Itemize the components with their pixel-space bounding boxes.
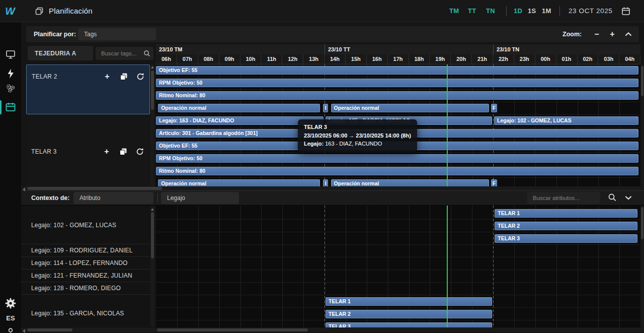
section-boundary-line [325,206,325,327]
refresh-icon[interactable] [135,147,145,156]
machine-panel-telar-2[interactable]: TELAR 2+ [26,64,150,114]
scroll-thumb[interactable] [151,212,154,258]
group-select-value: TEJEDURIA A [35,50,76,57]
range-toggle-1m[interactable]: 1M [542,7,551,15]
duplicate-icon[interactable] [119,72,129,81]
gantt-bar[interactable]: Operación normal [158,179,320,186]
row-gridline [156,177,640,178]
collapse-chevron-up-icon[interactable] [624,30,633,40]
window-copy-icon[interactable] [34,6,44,16]
context-type-value: Atributo [79,194,100,202]
gantt-bar[interactable]: Ritmo Nominal: 80 [156,91,638,100]
context-row-label[interactable]: Legajo: 102 - GOMEZ, LUCAS [21,207,151,244]
gantt-bar[interactable]: TELAR 2 [495,222,637,230]
machines-icon[interactable] [0,83,21,95]
context-attr-select[interactable]: Legajo [161,192,239,204]
duplicate-icon[interactable] [118,147,128,156]
context-label: Contexto de: [31,194,69,202]
tooltip-field: Legajo: 163 - DIAZ, FACUNDO [304,140,411,148]
gantt-bar[interactable]: TELAR 1 [326,297,492,306]
shift-toggle-tt[interactable]: TT [468,7,476,15]
shift-toggle-tm[interactable]: TM [449,7,459,15]
scroll-thumb[interactable] [157,328,308,331]
context-type-select[interactable]: Atributo [73,192,153,204]
range-toggle-1s[interactable]: 1S [528,7,536,15]
search-icon[interactable] [143,50,150,57]
timeline-hour-cell: 17h [388,54,409,64]
scroll-thumb[interactable] [27,187,162,190]
gantt-bar[interactable]: Operación normal [158,104,320,112]
gantt-bar[interactable]: F [491,104,497,112]
gantt-bar[interactable]: F [491,179,497,186]
hour-gridline [240,206,241,327]
scroll-left-arrow[interactable] [23,329,25,333]
scroll-left-arrow[interactable] [23,187,25,191]
scroll-up-arrow[interactable] [151,208,154,211]
row-gridline [156,219,640,220]
user-profile-icon[interactable] [0,326,21,333]
gantt-bar[interactable]: Legajo: 102 - GOMEZ, LUCAS [494,116,638,125]
language-selector[interactable]: ES [0,314,21,322]
scroll-thumb[interactable] [151,71,154,110]
shift-toggle-tn[interactable]: TN [486,7,495,15]
row-gridline [156,270,640,270]
tooltip-title: TELAR 3 [304,123,411,131]
gantt-bar[interactable]: Operación normal [331,179,489,186]
gantt-bar[interactable]: I [323,104,328,112]
gantt-bar[interactable]: RPM Objetivo: 50 [156,79,638,87]
plan-by-label: Planificar por: [34,31,76,38]
hour-gridline [282,206,283,327]
calendar-icon[interactable] [621,6,631,16]
gantt-bar[interactable]: TELAR 3 [326,322,492,327]
gantt-bar[interactable]: Ritmo Nominal: 80 [156,167,638,175]
scroll-thumb[interactable] [27,328,72,331]
gantt-bar[interactable]: Operación normal [331,104,489,112]
planificacion-app: W Planificación TMTTTN 1D1S1M 23 OCT 202… [0,0,644,333]
gantt-bar[interactable]: RPM Objetivo: 50 [156,154,638,163]
context-row-label[interactable]: Legajo: 114 - LOPEZ, FERNANDO [21,257,151,270]
context-row-label[interactable]: Legajo: 128 - ROMERO, DIEGO [21,282,151,295]
expand-chevron-down-icon[interactable] [624,194,633,204]
add-icon[interactable]: + [102,147,112,156]
app-logo-w-icon[interactable]: W [5,5,19,17]
gantt-bar[interactable]: TELAR 3 [495,234,637,243]
tags-search-input[interactable] [100,50,143,57]
context-row-label[interactable]: Legajo: 121 - FERNANDEZ, JULIAN [21,270,151,282]
scroll-thumb[interactable] [641,207,643,239]
planning-calendar-icon[interactable] [0,101,21,113]
settings-gear-icon[interactable] [0,297,21,309]
zoom-out-button[interactable]: − [591,30,602,39]
header-corner [640,44,644,64]
gantt-bar[interactable]: TELAR 1 [495,209,637,218]
gantt-bar[interactable]: I [323,179,328,186]
add-icon[interactable]: + [102,72,112,81]
hour-gridline [198,206,199,327]
plan-by-select[interactable]: Tags [78,28,156,40]
context-hscrollbar [21,328,644,332]
context-row-label[interactable]: Legajo: 109 - RODRIGUEZ, DANIEL [21,244,151,257]
search-icon[interactable] [608,193,617,204]
group-select-button[interactable]: TEJEDURIA A [28,46,93,60]
range-toggle-1d[interactable]: 1D [514,7,522,15]
timeline-hour-cell: 08h [198,54,219,64]
timeline-hour-cell: 14h [325,54,346,64]
timeline-hour-cell: 21h [472,54,493,64]
attrs-search-input[interactable] [532,194,597,202]
refresh-icon[interactable] [135,72,145,81]
bolt-icon[interactable] [0,68,21,80]
topbar-divider [506,6,507,16]
scroll-up-arrow[interactable] [151,66,154,69]
context-row-label[interactable]: Legajo: 135 - GARCIA, NICOLAS [21,295,151,327]
monitor-icon[interactable] [0,48,21,60]
gantt-bar[interactable]: TELAR 2 [326,310,492,318]
machine-panel-telar-3[interactable]: TELAR 3+ [26,115,150,186]
timeline-hour-cell: 15h [346,54,367,64]
gantt-bar[interactable]: Objetivo EF: 55 [156,66,638,75]
date-display[interactable]: 23 OCT 2025 [569,7,612,15]
scroll-thumb[interactable] [641,66,643,96]
zoom-in-button[interactable]: + [607,30,618,39]
timeline-section-label: 23/10 TT [325,44,493,54]
top-bar: W Planificación TMTTTN 1D1S1M 23 OCT 202… [0,0,644,22]
timeline-hour-cell: 01h [556,54,578,64]
topbar-divider [559,6,560,16]
